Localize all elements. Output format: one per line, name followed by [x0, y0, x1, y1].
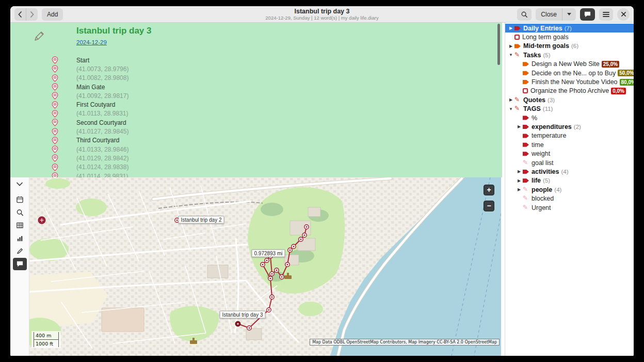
tree-row[interactable]: time	[505, 140, 634, 149]
expander-icon[interactable]: ▶	[507, 26, 514, 30]
tree-row[interactable]: ▶ life (5)	[505, 176, 634, 185]
tree-item-count: (5)	[543, 177, 550, 184]
menu-button[interactable]	[599, 8, 613, 21]
entry-item-text: (41.0092, 28.9817)	[76, 92, 128, 100]
tree-row[interactable]: Long term goals	[505, 32, 634, 41]
tree-row[interactable]: Organize the Photo Archive 0,0%	[505, 87, 634, 95]
tree-row[interactable]: Design a New Web Site 25,0%	[505, 60, 634, 69]
expander-icon[interactable]: ▶	[516, 187, 523, 192]
tree-item-label[interactable]: Organize the Photo Archive	[530, 87, 609, 94]
entry-item-text: (41.0114, 28.9831)	[76, 173, 128, 178]
close-dropdown-button[interactable]	[562, 8, 576, 21]
expander-icon[interactable]: ▼	[507, 107, 514, 111]
forward-button[interactable]	[26, 8, 38, 21]
edit-button[interactable]	[13, 245, 27, 257]
window-close-button[interactable]	[617, 8, 630, 21]
trip-marker-label[interactable]: Istanbul trip day 3	[220, 311, 266, 319]
diary-app-window: Add Istanbul trip day 3 2024-12-29, Sund…	[10, 6, 634, 356]
tree-row[interactable]: blocked	[505, 194, 634, 203]
tree-item-label[interactable]: time	[532, 141, 544, 149]
tree-row[interactable]: Decide on the Ne... op to Buy 50,0%	[505, 69, 634, 77]
tree-row[interactable]: Urgent	[505, 203, 634, 212]
search-entries-button[interactable]	[13, 206, 27, 219]
tree-item-label[interactable]: goal list	[532, 159, 553, 167]
tree-item-icon	[523, 160, 529, 166]
tree-item-label[interactable]: Design a New Web Site	[532, 60, 600, 68]
pencil-icon	[16, 247, 24, 255]
entry-item-text: (41.0127, 28.9845)	[76, 128, 128, 135]
tree-row[interactable]: Finish the New Youtube Video 80,0%	[505, 77, 634, 86]
tree-item-label[interactable]: Mid-term goals	[523, 42, 569, 50]
entry-editor[interactable]: Istanbul trip day 3 2024-12-29 Start (41…	[10, 23, 502, 177]
map-annotations-button[interactable]	[13, 258, 27, 270]
tree-row[interactable]: ▶ expenditures (2)	[505, 122, 634, 131]
tree-item-label[interactable]: people	[532, 186, 552, 193]
map-panel[interactable]: Istanbul trip day 2 0.972893 mi Istanbul…	[29, 177, 501, 356]
entry-list-item: (41.0127, 28.9845)	[10, 127, 502, 136]
zoom-in-button[interactable]: +	[484, 185, 494, 195]
scrollbar-thumb[interactable]	[497, 24, 500, 65]
tree-item-icon	[523, 61, 529, 67]
expander-icon[interactable]: ▶	[507, 97, 514, 102]
tree-item-label[interactable]: Tasks	[523, 52, 541, 59]
window-subtitle: 2024-12-29, Sunday | 12 word(s) | my dai…	[265, 15, 378, 21]
zoom-out-button[interactable]: −	[484, 201, 494, 211]
expander-icon[interactable]: ▶	[516, 124, 523, 129]
tree-row[interactable]: ▶ Mid-term goals (6)	[505, 42, 634, 51]
search-button[interactable]	[517, 8, 532, 21]
tree-row[interactable]: ▶ activities (4)	[505, 167, 634, 176]
entry-date-link[interactable]: 2024-12-29	[76, 39, 107, 45]
expander-icon[interactable]: ▶	[516, 178, 523, 183]
entry-list-item: (41.0114, 28.9831)	[10, 172, 502, 177]
tree-item-icon	[523, 116, 529, 121]
tree-item-label[interactable]: %	[532, 114, 537, 122]
tree-item-label[interactable]: Daily Entries	[523, 25, 562, 32]
location-pin-icon	[52, 119, 58, 126]
tree-row[interactable]: ▶ Daily Entries (7)	[505, 24, 634, 32]
expander-icon[interactable]: ▼	[507, 53, 514, 57]
tree-row[interactable]: goal list	[505, 158, 634, 167]
calendar-button[interactable]	[13, 193, 27, 206]
tree-item-label[interactable]: TAGS	[523, 105, 541, 112]
search-icon	[16, 208, 24, 217]
trip-marker-label[interactable]: Istanbul trip day 2	[179, 216, 224, 224]
chevron-right-icon	[29, 11, 35, 18]
tree-item-label[interactable]: life	[532, 177, 541, 184]
tree-row[interactable]: ▶ Quotes (3)	[505, 95, 634, 104]
annotations-button[interactable]	[580, 8, 595, 21]
tree-row[interactable]: temperature	[505, 131, 634, 140]
entry-item-text: (41.0124, 28.9838)	[76, 163, 128, 171]
chart-button[interactable]	[13, 232, 27, 244]
table-button[interactable]	[13, 219, 27, 232]
location-pin-icon	[52, 172, 58, 177]
tree-item-label[interactable]: Finish the New Youtube Video	[532, 78, 618, 86]
tree-item-label[interactable]: blocked	[532, 195, 554, 202]
tree-row[interactable]: weight	[505, 149, 634, 158]
progress-badge: 80,0%	[620, 79, 634, 86]
table-icon	[16, 221, 24, 229]
entry-list-item: First Coutyard	[10, 100, 502, 109]
tree-item-icon	[523, 178, 529, 183]
tree-item-label[interactable]: Quotes	[523, 96, 545, 104]
tree-item-label[interactable]: Urgent	[532, 204, 551, 211]
expander-icon[interactable]: ▶	[516, 169, 523, 174]
expander-icon[interactable]: ▶	[507, 44, 514, 48]
location-pin-icon	[52, 137, 58, 144]
tree-item-label[interactable]: activities	[532, 168, 559, 175]
tree-item-label[interactable]: temperature	[532, 132, 566, 139]
tree-row[interactable]: ▼ TAGS (11)	[505, 105, 634, 113]
entry-item-text: Main Gate	[76, 84, 105, 91]
tree-item-label[interactable]: weight	[532, 150, 550, 157]
close-entry-button[interactable]: Close	[536, 8, 562, 21]
tree-item-label[interactable]: Long term goals	[522, 34, 569, 41]
back-button[interactable]	[14, 8, 26, 21]
tree-row[interactable]: ▼ Tasks (5)	[505, 51, 634, 59]
tree-row[interactable]: %	[505, 113, 634, 122]
tree-item-label[interactable]: expenditures	[532, 123, 572, 130]
collapse-panel-button[interactable]	[12, 180, 27, 188]
tree-row[interactable]: ▶ people (4)	[505, 185, 634, 194]
hamburger-icon	[603, 14, 609, 15]
add-button[interactable]: Add	[42, 8, 63, 21]
map-canvas[interactable]	[29, 177, 501, 356]
tree-item-label[interactable]: Decide on the Ne... op to Buy	[532, 70, 616, 77]
